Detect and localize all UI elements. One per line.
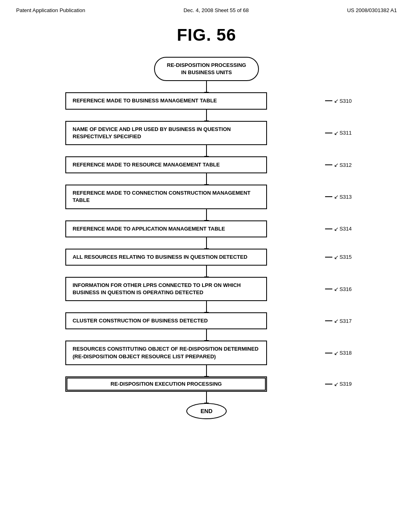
step-node-s314: REFERENCE MADE TO APPLICATION MANAGEMENT…	[65, 220, 267, 237]
step-node-s316: INFORMATION FOR OTHER LPRS CONNECTED TO …	[65, 277, 267, 301]
step-label-s318: ↙S318	[325, 350, 352, 356]
step-node-s313: REFERENCE MADE TO CONNECTION CONSTRUCTIO…	[65, 185, 267, 209]
step-label-s310: ↙S310	[325, 98, 352, 104]
step-label-s315: ↙S315	[325, 254, 352, 260]
arrow-5	[206, 237, 207, 249]
step-node-s311: NAME OF DEVICE AND LPR USED BY BUSINESS …	[65, 121, 267, 145]
step-node-s318: RESOURCES CONSTITUTING OBJECT OF RE-DISP…	[65, 341, 267, 365]
figure-title: FIG. 56	[0, 25, 413, 45]
arrow-9	[206, 365, 207, 376]
arrow-2	[206, 145, 207, 156]
header-middle: Dec. 4, 2008 Sheet 55 of 68	[184, 7, 249, 13]
step-node-s312: REFERENCE MADE TO RESOURCE MANAGEMENT TA…	[65, 156, 267, 173]
step-row-s310: REFERENCE MADE TO BUSINESS MANAGEMENT TA…	[65, 92, 348, 109]
step-node-s315: ALL RESOURCES RELATING TO BUSINESS IN QU…	[65, 249, 267, 266]
step-row-s311: NAME OF DEVICE AND LPR USED BY BUSINESS …	[65, 121, 348, 145]
page-header: Patent Application Publication Dec. 4, 2…	[0, 0, 413, 17]
step-row-s318: RESOURCES CONSTITUTING OBJECT OF RE-DISP…	[65, 341, 348, 365]
header-right: US 2008/0301382 A1	[347, 7, 397, 13]
step-row-s317: CLUSTER CONSTRUCTION OF BUSINESS DETECTE…	[65, 312, 348, 329]
step-row-s315: ALL RESOURCES RELATING TO BUSINESS IN QU…	[65, 249, 348, 266]
step-label-s311: ↙S311	[325, 130, 352, 136]
step-node-s310: REFERENCE MADE TO BUSINESS MANAGEMENT TA…	[65, 92, 267, 109]
step-label-s316: ↙S316	[325, 286, 352, 292]
arrow-8	[206, 329, 207, 341]
step-node-s319: RE-DISPOSITION EXECUTION PROCESSING	[65, 376, 267, 392]
step-label-s319: ↙S319	[325, 381, 352, 387]
step-row-s316: INFORMATION FOR OTHER LPRS CONNECTED TO …	[65, 277, 348, 301]
step-row-s312: REFERENCE MADE TO RESOURCE MANAGEMENT TA…	[65, 156, 348, 173]
start-node: RE-DISPOSITION PROCESSING IN BUSINESS UN…	[154, 57, 259, 81]
step-label-s314: ↙S314	[325, 226, 352, 232]
end-node: END	[186, 403, 227, 419]
step-label-s317: ↙S317	[325, 318, 352, 324]
step-node-s317: CLUSTER CONSTRUCTION OF BUSINESS DETECTE…	[65, 312, 267, 329]
arrow-6	[206, 266, 207, 277]
step-label-s312: ↙S312	[325, 162, 352, 168]
arrow-end	[206, 392, 207, 403]
arrow-4	[206, 209, 207, 220]
arrow-1	[206, 110, 207, 121]
step-label-s313: ↙S313	[325, 193, 352, 200]
arrow-7	[206, 301, 207, 312]
header-left: Patent Application Publication	[16, 7, 85, 13]
step-row-s319: RE-DISPOSITION EXECUTION PROCESSING↙S319	[65, 376, 348, 392]
flowchart: RE-DISPOSITION PROCESSING IN BUSINESS UN…	[0, 57, 413, 419]
arrow-0	[206, 81, 207, 92]
step-row-s314: REFERENCE MADE TO APPLICATION MANAGEMENT…	[65, 220, 348, 237]
step-row-s313: REFERENCE MADE TO CONNECTION CONSTRUCTIO…	[65, 185, 348, 209]
arrow-3	[206, 173, 207, 185]
